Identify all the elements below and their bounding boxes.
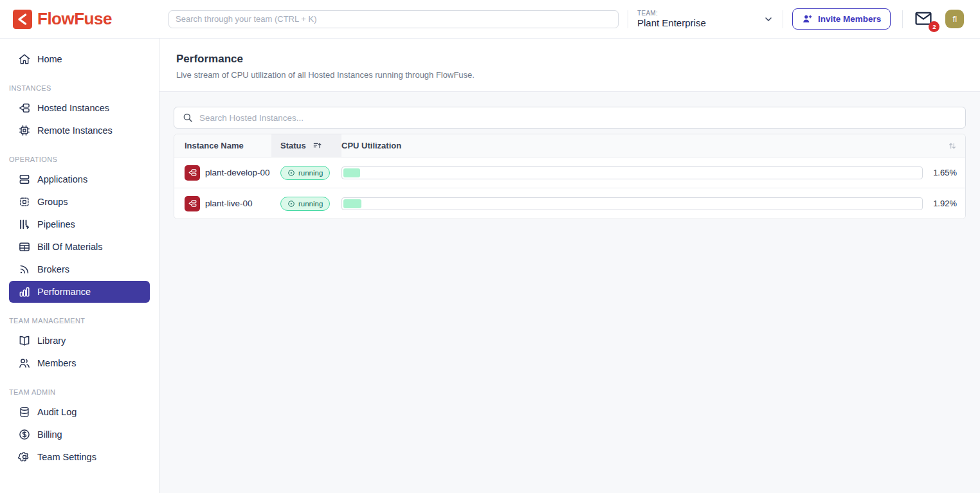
sidebar-item-label: Team Settings	[37, 452, 96, 462]
sidebar-item-performance[interactable]: Performance	[9, 281, 150, 303]
status-badge: running	[280, 166, 330, 180]
play-circle-icon	[287, 169, 295, 177]
team-label: TEAM:	[637, 10, 706, 17]
sort-arrows-icon[interactable]	[923, 141, 965, 151]
sidebar-item-label: Bill Of Materials	[37, 242, 103, 252]
sidebar-item-label: Brokers	[37, 264, 69, 274]
sidebar-item-label: Performance	[37, 287, 91, 297]
sidebar-section-instances: INSTANCES	[9, 84, 159, 92]
page-header: Performance Live stream of CPU utilizati…	[159, 39, 980, 92]
sidebar-item-label: Groups	[37, 197, 68, 207]
sidebar-item-hosted-instances[interactable]: Hosted Instances	[9, 97, 150, 119]
rss-icon	[18, 263, 31, 276]
chevron-down-icon[interactable]	[763, 14, 774, 24]
sidebar-section-operations: OPERATIONS	[9, 156, 159, 163]
groups-icon	[18, 195, 31, 208]
divider	[783, 10, 783, 28]
sidebar-item-groups[interactable]: Groups	[9, 191, 150, 213]
book-open-icon	[18, 334, 31, 347]
table-icon	[18, 240, 31, 253]
sidebar-item-label: Audit Log	[37, 407, 77, 417]
sidebar-item-label: Billing	[37, 429, 62, 440]
sidebar-item-library[interactable]: Library	[9, 330, 150, 352]
pipelines-icon	[18, 218, 31, 231]
sidebar: Home INSTANCES Hosted Instances Remote I…	[0, 39, 159, 493]
column-header-cpu-utilization: CPU Utilization	[341, 141, 923, 150]
top-header: FlowFuse TEAM: Plant Enterprise Invite M…	[0, 0, 980, 39]
home-icon	[18, 53, 31, 66]
notifications-button[interactable]: 2	[914, 11, 934, 28]
divider	[902, 10, 903, 28]
sidebar-item-pipelines[interactable]: Pipelines	[9, 213, 150, 235]
column-header-status-label: Status	[280, 141, 306, 150]
sidebar-item-brokers[interactable]: Brokers	[9, 258, 150, 280]
sidebar-item-label: Pipelines	[37, 219, 75, 229]
status-text: running	[298, 200, 323, 208]
sidebar-item-label: Library	[37, 336, 66, 346]
status-text: running	[298, 169, 323, 177]
sidebar-item-remote-instances[interactable]: Remote Instances	[9, 120, 150, 141]
sidebar-item-applications[interactable]: Applications	[9, 168, 150, 190]
main-content: Performance Live stream of CPU utilizati…	[159, 39, 980, 493]
user-plus-icon	[802, 13, 813, 24]
sidebar-item-audit-log[interactable]: Audit Log	[9, 401, 150, 423]
cpu-utilization-bar	[341, 197, 923, 210]
notification-count-badge: 2	[929, 21, 939, 32]
table-header-row: Instance Name Status CPU Utilization	[174, 134, 965, 157]
sidebar-item-bill-of-materials[interactable]: Bill Of Materials	[9, 236, 150, 258]
applications-icon	[18, 173, 31, 186]
cpu-utilization-bar	[341, 166, 923, 179]
play-circle-icon	[287, 200, 295, 208]
cpu-chip-icon	[18, 124, 31, 137]
instance-name: plant-develop-00	[205, 168, 270, 177]
users-icon	[18, 357, 31, 370]
sidebar-item-label: Members	[37, 358, 76, 368]
sidebar-item-billing[interactable]: Billing	[9, 424, 150, 445]
instance-search	[174, 107, 966, 129]
cpu-utilization-value: 1.65%	[923, 168, 965, 177]
cpu-utilization-fill	[343, 199, 361, 208]
flowfuse-logo[interactable]: FlowFuse	[13, 9, 159, 29]
invite-members-label: Invite Members	[818, 14, 881, 24]
instance-name: plant-live-00	[205, 199, 253, 208]
cpu-utilization-fill	[343, 168, 360, 177]
cpu-utilization-value: 1.92%	[923, 199, 965, 208]
sidebar-item-label: Hosted Instances	[37, 103, 109, 113]
team-name: Plant Enterprise	[637, 17, 706, 28]
avatar[interactable]: fl	[945, 10, 964, 28]
sidebar-section-team-management: TEAM MANAGEMENT	[9, 317, 159, 325]
divider	[628, 10, 628, 28]
hosted-instances-icon	[18, 102, 31, 114]
brand-wordmark: FlowFuse	[37, 9, 112, 29]
column-header-status[interactable]: Status	[271, 134, 341, 157]
dollar-circle-icon	[18, 428, 31, 441]
sidebar-item-label: Applications	[37, 174, 87, 184]
sidebar-item-members[interactable]: Members	[9, 352, 150, 374]
gear-icon	[18, 451, 31, 463]
page-subtitle: Live stream of CPU utilization of all Ho…	[176, 70, 963, 80]
sort-ascending-icon	[313, 141, 323, 151]
invite-members-button[interactable]: Invite Members	[792, 8, 891, 30]
table-row[interactable]: plant-live-00 running 1.92%	[174, 188, 965, 219]
instances-table: Instance Name Status CPU Utilization	[174, 134, 966, 219]
team-search-input[interactable]	[168, 10, 619, 28]
sidebar-item-home[interactable]: Home	[9, 48, 150, 70]
instance-search-input[interactable]	[199, 113, 957, 123]
instance-icon	[185, 165, 200, 181]
table-row[interactable]: plant-develop-00 running 1.65%	[174, 157, 965, 188]
status-badge: running	[280, 197, 330, 211]
sidebar-section-team-admin: TEAM ADMIN	[9, 388, 159, 396]
search-icon	[182, 112, 194, 123]
instance-icon	[185, 196, 200, 211]
sidebar-item-label: Remote Instances	[37, 125, 113, 136]
bar-chart-icon	[18, 285, 31, 298]
page-title: Performance	[176, 53, 963, 66]
sidebar-item-team-settings[interactable]: Team Settings	[9, 446, 150, 468]
column-header-instance-name[interactable]: Instance Name	[174, 141, 271, 150]
sidebar-item-label: Home	[37, 54, 62, 64]
team-selector[interactable]: TEAM: Plant Enterprise	[637, 10, 774, 28]
database-icon	[18, 406, 31, 418]
flowfuse-logo-icon	[13, 10, 32, 29]
